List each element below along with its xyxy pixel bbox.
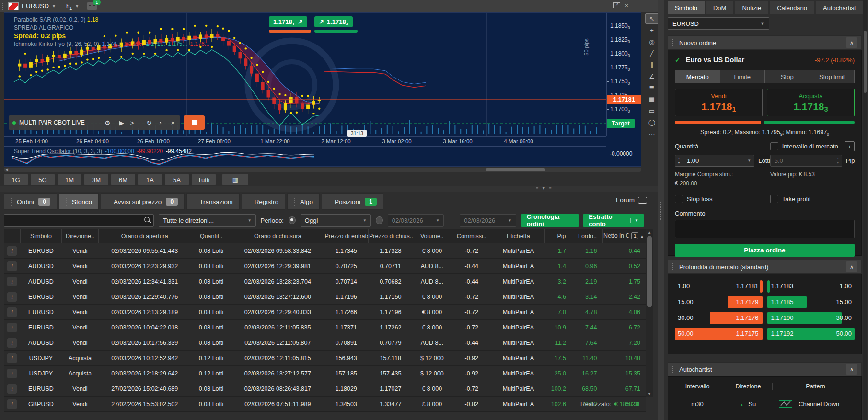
new-order-header[interactable]: Nuovo ordine ∧ (668, 35, 862, 50)
info-icon[interactable]: i (7, 369, 17, 378)
log-icon[interactable]: >_ (128, 119, 139, 126)
tab-ordini[interactable]: Ordini0 (4, 193, 57, 210)
tab-storico[interactable]: Storico (59, 193, 99, 210)
stop-loss-checkbox[interactable] (675, 195, 683, 203)
column-header[interactable]: Pip (545, 229, 572, 243)
drag-handle[interactable] (672, 39, 674, 46)
table-row[interactable]: iUSDJPYAcquista02/03/2026 12:18:29.6420.… (4, 366, 646, 381)
scroll-up-icon[interactable]: ▲ (648, 230, 651, 235)
chevron-down-icon[interactable]: ▼ (744, 155, 754, 166)
scroll-down-icon[interactable]: ▼ (648, 392, 651, 396)
drag-handle[interactable] (672, 263, 674, 271)
table-row[interactable]: iEURUSDVendi02/03/2026 12:29:40.7760.08 … (4, 289, 646, 305)
timeframe-5g[interactable]: 5G (31, 174, 55, 185)
info-icon[interactable]: i (7, 292, 17, 302)
collapse-icon[interactable]: ∧ (846, 37, 857, 48)
order-type-mercato[interactable]: Mercato (675, 70, 720, 83)
order-type-stop-limit[interactable]: Stop limit (810, 70, 855, 83)
market-range-checkbox[interactable] (770, 142, 778, 150)
depth-bid-row[interactable]: 30.001.17176 (675, 312, 763, 324)
panel-tab-dom[interactable]: DoM (706, 1, 733, 14)
timeframe-3m[interactable]: 3M (84, 174, 108, 185)
column-header[interactable]: Volume.. (413, 229, 451, 243)
panel-tab-calendario[interactable]: Calendario (770, 1, 814, 14)
period-preset-radio[interactable] (289, 216, 296, 224)
timeframe-1g[interactable]: 1G (4, 174, 28, 185)
table-row[interactable]: iAUDUSDVendi02/03/2026 12:34:41.3310.08 … (4, 274, 646, 289)
panel-scrollbar[interactable] (863, 0, 867, 420)
close-chart-icon[interactable]: × (625, 2, 628, 9)
price-axis[interactable]: 1.185001.182501.180001.177501.175001.172… (606, 13, 642, 136)
table-row[interactable]: iUSDJPYAcquista02/03/2026 10:12:52.9420.… (4, 351, 646, 366)
tab-posizioni[interactable]: Posizioni1 (322, 193, 383, 210)
scrollbar-thumb[interactable] (486, 168, 545, 171)
more-tools-icon[interactable]: ⋯ (645, 128, 659, 139)
depth-ask-row[interactable]: 1.171831.00 (767, 280, 855, 293)
info-icon[interactable]: i (7, 246, 17, 256)
depth-ask-row[interactable]: 1.1719250.00 (767, 328, 855, 340)
angle-tool-icon[interactable]: ∠ (645, 71, 659, 81)
column-header[interactable]: Prezzo di chius.. (369, 229, 413, 243)
statement-dropdown-icon[interactable]: ▼ (630, 218, 638, 223)
stepper-arrows[interactable]: ▲▼ (675, 157, 683, 165)
grid-tool-icon[interactable]: ▦ (645, 94, 659, 104)
order-type-limite[interactable]: Limite (720, 70, 765, 83)
search-input[interactable] (4, 214, 154, 227)
chevron-down-icon[interactable]: ▼ (75, 4, 79, 9)
statement-button[interactable]: Estratto conto▼ (583, 214, 644, 227)
restart-icon[interactable]: ↻ (145, 119, 154, 126)
horizontal-splitter[interactable]: ≡ ▼ ≡ (0, 186, 658, 192)
info-icon[interactable]: i (7, 261, 17, 271)
scroll-left-icon[interactable]: ◀ (5, 167, 8, 172)
forum-button[interactable]: Forum (616, 196, 647, 204)
chevron-down-icon[interactable]: ▼ (52, 4, 56, 9)
tab-avvisi-sul-prezzo[interactable]: Avvisi sul prezzo0 (101, 193, 185, 210)
table-row[interactable]: iEURUSDVendi02/03/2026 12:13:29.1890.08 … (4, 305, 646, 320)
info-icon[interactable]: i (7, 277, 17, 286)
channel-tool-icon[interactable]: ∥ (645, 59, 659, 70)
autochartist-row[interactable]: m30 ▲ Su Channel Down (671, 395, 858, 412)
panel-tab-simbolo[interactable]: Simbolo (668, 1, 705, 14)
timeframe-1m[interactable]: 1M (58, 174, 81, 185)
market-range-stepper[interactable]: 5.0 ▲▼ (770, 155, 842, 167)
chart-symbol[interactable]: EURUSD (22, 2, 49, 10)
column-header[interactable] (4, 229, 20, 243)
drag-handle[interactable] (672, 365, 674, 373)
order-type-stop[interactable]: Stop (764, 70, 810, 83)
depth-bid-row[interactable]: 50.001.17175 (675, 328, 763, 340)
date-from-dropdown[interactable]: 02/03/2026▼ (388, 214, 444, 227)
crosshair-tool-icon[interactable]: + (645, 25, 659, 35)
buy-button[interactable]: Acquista 1.17183 (767, 89, 855, 116)
table-row[interactable]: iAUDUSDVendi02/03/2026 12:23:29.9320.08 … (4, 259, 646, 274)
stepper-arrows[interactable]: ▲▼ (834, 157, 842, 165)
ellipse-tool-icon[interactable]: ◯ (645, 117, 659, 127)
rectangle-tool-icon[interactable]: ▭ (645, 105, 659, 116)
depth-bid-row[interactable]: 15.001.17179 (675, 296, 763, 308)
depth-header[interactable]: Profondità di mercato (standard) ∧ (668, 260, 862, 274)
direction-filter-dropdown[interactable]: Tutte le direzioni...▼ (159, 214, 255, 227)
column-header[interactable]: Etichetta (492, 229, 545, 243)
tab-algo[interactable]: Algo (287, 193, 320, 210)
info-icon[interactable]: i (7, 338, 17, 348)
scrollbar-thumb[interactable] (647, 236, 652, 307)
close-icon[interactable]: × (169, 119, 176, 126)
period-custom-radio[interactable] (376, 216, 383, 224)
timeframe-1a[interactable]: 1A (138, 174, 162, 185)
info-icon[interactable]: i (7, 353, 17, 363)
quick-buy-button[interactable]: ↗1.17183 (314, 16, 353, 27)
depth-ask-row[interactable]: 1.1719030.00 (767, 312, 855, 324)
place-order-button[interactable]: Piazza ordine (675, 244, 855, 257)
column-header[interactable]: Orario di chiusura (231, 229, 324, 243)
tab-registro[interactable]: Registro (242, 193, 285, 210)
pointer-tool-icon[interactable]: ↖ (645, 13, 659, 24)
collapse-icon[interactable]: ∧ (846, 364, 857, 375)
autochartist-header[interactable]: Autochartist ∧ (668, 362, 862, 376)
panel-symbol-select[interactable]: EURUSD▼ (668, 17, 769, 30)
drag-handle[interactable] (2, 2, 4, 10)
trendline-tool-icon[interactable]: ╱ (645, 48, 659, 58)
date-to-dropdown[interactable]: 02/03/2026▼ (460, 214, 516, 227)
quantity-stepper[interactable]: ▲▼ 1.00 ▼ (675, 155, 754, 167)
take-profit-checkbox[interactable] (770, 195, 778, 203)
period-dropdown[interactable]: Oggi▼ (301, 214, 371, 227)
fibonacci-tool-icon[interactable]: ≣ (645, 82, 659, 93)
